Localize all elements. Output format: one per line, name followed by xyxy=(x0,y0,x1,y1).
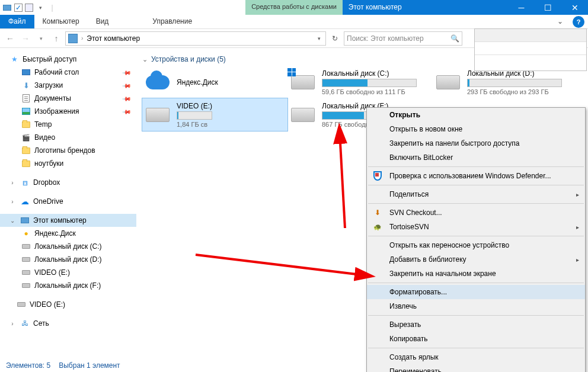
disk-icon xyxy=(435,69,461,95)
label: Закрепить на начальном экране xyxy=(389,270,496,278)
sidebar-this-pc[interactable]: ⌄Этот компьютер xyxy=(0,214,136,227)
search-icon: 🔍 xyxy=(450,34,459,43)
ctx-tortoisesvn[interactable]: TortoiseSVN▸ xyxy=(367,220,585,234)
close-button[interactable]: ✕ xyxy=(561,0,588,15)
onedrive-icon xyxy=(20,197,30,206)
label: Быстрый доступ xyxy=(23,55,76,63)
label: Яндекс.Диск xyxy=(34,229,76,238)
qat-checkbox-1[interactable]: ✓ xyxy=(14,4,23,12)
sidebar-disk-d[interactable]: Локальный диск (D:) xyxy=(0,253,136,266)
svn-icon xyxy=(373,208,382,217)
label: Dropbox xyxy=(33,178,60,187)
star-icon xyxy=(9,54,19,64)
ctx-pin-start[interactable]: Закрепить на начальном экране xyxy=(367,267,585,281)
nav-recent-dropdown[interactable]: ▾ xyxy=(34,32,47,45)
tortoise-icon xyxy=(373,222,382,232)
pin-icon: 📌 xyxy=(122,81,132,90)
ctx-bitlocker[interactable]: Включить BitLocker xyxy=(367,150,585,165)
label: ноутбуки xyxy=(34,159,63,168)
sidebar-pictures[interactable]: Изображения📌 xyxy=(0,105,136,118)
label: Открыть в новом окне xyxy=(389,125,462,133)
help-button[interactable]: ? xyxy=(573,16,584,28)
ctx-eject[interactable]: Извлечь xyxy=(367,299,585,313)
ctx-open-new-window[interactable]: Открыть в новом окне xyxy=(367,122,585,136)
ribbon-tabs: Файл Компьютер Вид Управление ⌄ ? xyxy=(0,15,588,29)
sidebar-dropbox[interactable]: ›Dropbox xyxy=(0,176,136,189)
tab-computer[interactable]: Компьютер xyxy=(34,15,88,28)
label: Форматировать... xyxy=(389,288,447,296)
sidebar-video-e[interactable]: VIDEO (E:) xyxy=(0,266,136,279)
sidebar-video[interactable]: Видео xyxy=(0,131,136,144)
sidebar-logos[interactable]: Логотипы брендов xyxy=(0,144,136,157)
address-box[interactable]: › Этот компьютер ▾ xyxy=(65,31,326,46)
chevron-down-icon[interactable]: ⌄ xyxy=(9,217,15,224)
maximize-button[interactable]: ☐ xyxy=(535,0,561,15)
sidebar-onedrive[interactable]: ›OneDrive xyxy=(0,195,136,208)
cloud-icon xyxy=(145,69,171,95)
chevron-icon[interactable]: › xyxy=(9,198,15,205)
ctx-svn-checkout[interactable]: SVN Checkout... xyxy=(367,206,585,220)
disk-icon xyxy=(290,102,316,128)
label: Поделиться xyxy=(389,190,429,198)
ctx-share[interactable]: Поделиться▸ xyxy=(367,187,585,201)
qat-separator: | xyxy=(47,3,57,12)
ctx-open-portable[interactable]: Открыть как переносное устройство xyxy=(367,238,585,252)
sidebar-yadisk[interactable]: ●Яндекс.Диск xyxy=(0,227,136,240)
label: TortoiseSVN xyxy=(389,223,429,231)
pc-icon xyxy=(68,34,78,43)
label: Проверка с использованием Windows Defend… xyxy=(389,172,551,180)
label: Локальный диск (F:) xyxy=(34,281,101,290)
sidebar-documents[interactable]: Документы📌 xyxy=(0,92,136,105)
sidebar-notebooks[interactable]: ноутбуки xyxy=(0,157,136,170)
sidebar-network[interactable]: ›Сеть xyxy=(0,317,136,330)
label: Добавить в библиотеку xyxy=(389,255,466,264)
navigation-pane: Быстрый доступ Рабочий стол📌 Загрузки📌 Д… xyxy=(0,48,136,359)
folder-icon xyxy=(21,159,31,168)
qat-dropdown[interactable]: ▾ xyxy=(36,3,45,12)
label: Копировать xyxy=(389,335,428,343)
chevron-icon[interactable]: › xyxy=(9,320,15,327)
drive-video-e[interactable]: VIDEO (E:) 1,84 ГБ св xyxy=(142,98,287,131)
sidebar-video-e-removable[interactable]: VIDEO (E:) xyxy=(0,298,136,311)
label: VIDEO (E:) xyxy=(34,268,70,277)
sidebar-quick-access[interactable]: Быстрый доступ xyxy=(0,53,136,66)
tab-file[interactable]: Файл xyxy=(0,15,34,28)
nav-back-button[interactable]: ← xyxy=(4,32,17,45)
tab-view[interactable]: Вид xyxy=(88,15,117,28)
drive-local-c[interactable]: Локальный диск (C:) 59,6 ГБ свободно из … xyxy=(287,66,433,98)
ctx-add-library[interactable]: Добавить в библиотеку▸ xyxy=(367,252,585,267)
address-dropdown[interactable]: ▾ xyxy=(315,36,323,41)
nav-forward-button[interactable]: → xyxy=(19,32,32,45)
sidebar-downloads[interactable]: Загрузки📌 xyxy=(0,79,136,92)
label: SVN Checkout... xyxy=(389,209,442,217)
label: Локальный диск (D:) xyxy=(34,255,102,264)
minimize-button[interactable]: ─ xyxy=(508,0,535,15)
sidebar-temp[interactable]: Temp xyxy=(0,118,136,131)
ctx-format[interactable]: Форматировать... xyxy=(367,285,585,299)
submenu-arrow-icon: ▸ xyxy=(576,256,579,263)
folder-icon xyxy=(21,120,31,129)
submenu-arrow-icon: ▸ xyxy=(576,224,579,230)
tab-manage[interactable]: Управление xyxy=(144,15,200,28)
ctx-copy[interactable]: Копировать xyxy=(367,332,585,346)
disk-icon xyxy=(21,281,31,290)
search-input[interactable]: Поиск: Этот компьютер 🔍 xyxy=(344,31,462,46)
ctx-pin-quick-access[interactable]: Закрепить на панели быстрого доступа xyxy=(367,136,585,150)
ctx-cut[interactable]: Вырезать xyxy=(367,318,585,332)
ctx-open[interactable]: Открыть xyxy=(367,108,585,122)
refresh-button[interactable]: ↻ xyxy=(328,32,341,45)
qat-checkbox-2[interactable] xyxy=(25,4,33,12)
sidebar-disk-c[interactable]: Локальный диск (C:) xyxy=(0,240,136,253)
label: Открыть как переносное устройство xyxy=(389,241,509,249)
label: Включить BitLocker xyxy=(389,153,453,162)
status-selected-count: Выбран 1 элемент xyxy=(59,361,120,370)
sidebar-desktop[interactable]: Рабочий стол📌 xyxy=(0,66,136,79)
label: Открыть xyxy=(389,111,420,119)
drive-yandex-disk[interactable]: Яндекс.Диск xyxy=(142,66,287,98)
nav-up-button[interactable]: ↑ xyxy=(50,32,63,45)
sidebar-disk-f[interactable]: Локальный диск (F:) xyxy=(0,279,136,292)
label: VIDEO (E:) xyxy=(30,300,65,309)
chevron-icon[interactable]: › xyxy=(9,179,15,186)
ribbon-collapse-chevron[interactable]: ⌄ xyxy=(551,15,569,28)
ctx-windows-defender[interactable]: Проверка с использованием Windows Defend… xyxy=(367,169,585,183)
